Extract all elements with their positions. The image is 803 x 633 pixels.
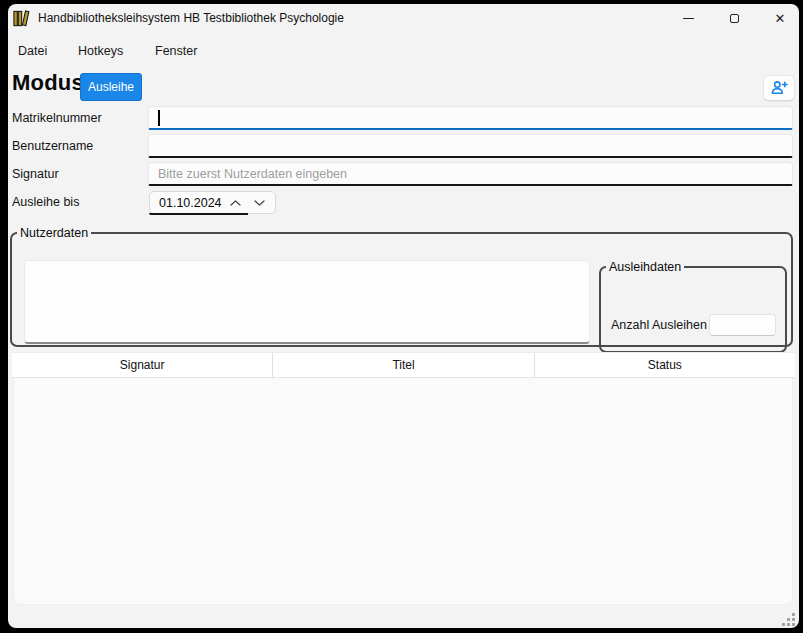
maximize-icon	[730, 14, 739, 23]
matrikelnummer-label: Matrikelnummer	[12, 111, 102, 125]
close-button[interactable]: ✕	[760, 4, 799, 32]
benutzername-label: Benutzername	[12, 139, 93, 153]
chevron-down-icon	[254, 200, 265, 206]
window-title: Handbibliotheksleihsystem HB Testbibliot…	[38, 11, 344, 25]
table-header: Signatur Titel Status	[12, 352, 795, 378]
nutzerdaten-groupbox: Nutzerdaten Ausleihdaten Anzahl Ausleihe…	[10, 226, 793, 347]
menu-item-fenster[interactable]: Fenster	[155, 40, 197, 62]
ausleihe-bis-label: Ausleihe bis	[12, 195, 79, 209]
mode-button-ausleihe[interactable]: Ausleihe	[80, 73, 142, 101]
date-spin-down-button[interactable]	[247, 192, 271, 213]
date-underline	[149, 213, 248, 215]
menubar: Datei Hotkeys Fenster	[8, 40, 799, 62]
nutzerdaten-legend: Nutzerdaten	[17, 226, 91, 240]
benutzername-input[interactable]	[148, 134, 793, 158]
minimize-button[interactable]	[668, 4, 708, 32]
anzahl-ausleihen-label: Anzahl Ausleihen	[611, 318, 707, 332]
anzahl-ausleihen-input[interactable]	[709, 314, 776, 336]
ausleihdaten-legend: Ausleihdaten	[606, 260, 684, 274]
app-window: Handbibliotheksleihsystem HB Testbibliot…	[8, 4, 799, 628]
maximize-button[interactable]	[714, 4, 754, 32]
resize-grip-icon[interactable]	[782, 613, 796, 627]
column-header-status[interactable]: Status	[535, 353, 795, 377]
column-header-titel[interactable]: Titel	[273, 353, 534, 377]
nutzerdaten-textarea[interactable]	[24, 260, 590, 344]
add-user-button[interactable]	[763, 75, 795, 101]
menu-item-datei[interactable]: Datei	[18, 40, 47, 62]
ausleihdaten-groupbox: Ausleihdaten Anzahl Ausleihen	[599, 260, 787, 353]
signatur-label: Signatur	[12, 167, 59, 181]
person-add-icon	[771, 80, 788, 96]
page-title: Modus	[12, 70, 84, 96]
date-spin-up-button[interactable]	[223, 192, 247, 213]
close-icon: ✕	[775, 12, 786, 25]
matrikelnummer-input[interactable]	[148, 106, 793, 130]
minimize-icon	[683, 18, 694, 19]
table-body-empty	[13, 378, 793, 605]
ausleihe-bis-input[interactable]	[150, 196, 223, 210]
chevron-up-icon	[230, 200, 241, 206]
books-icon	[12, 9, 31, 28]
ausleihe-bis-spinner	[149, 191, 276, 214]
menu-item-hotkeys[interactable]: Hotkeys	[78, 40, 123, 62]
column-header-signatur[interactable]: Signatur	[12, 353, 273, 377]
signatur-input[interactable]	[148, 162, 793, 186]
text-caret	[158, 110, 160, 126]
